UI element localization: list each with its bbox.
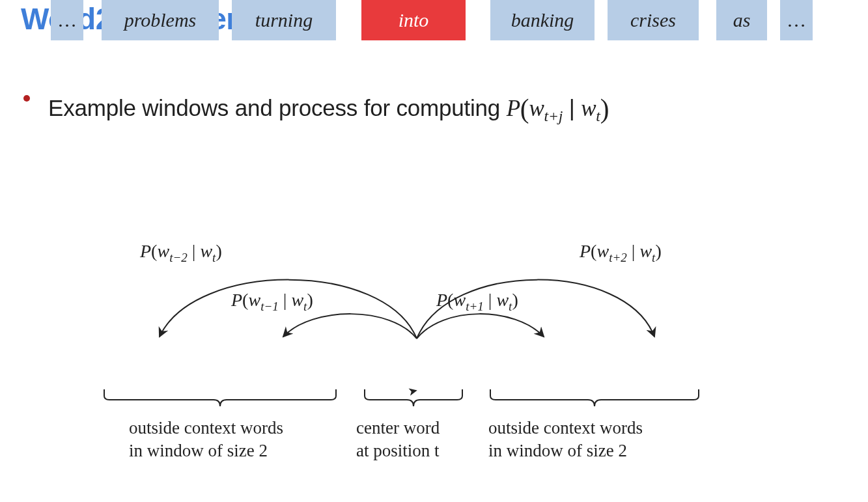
arc-m1-w2: w [291,290,303,310]
arc-p1-w2: w [496,290,509,310]
word-dots-right: … [780,0,813,40]
word-as: as [716,0,767,40]
arc-p1-w: w [453,290,466,310]
caption-left-line2: in window of size 2 [129,439,283,462]
arc-p1-rpar: ) [512,290,518,310]
diagram-area: P(wt−2 | wt) P(wt−1 | wt) P(wt+1 | wt) P… [0,0,868,502]
arc-m2-w2: w [200,241,212,261]
arc-label-m2: P(wt−2 | wt) [140,241,222,265]
mouse-cursor-icon: ➤ [407,383,419,400]
arc-p2-P: P [580,241,591,261]
arc-p2-w2: w [639,241,652,261]
arc-m1-idx: t−1 [260,300,279,313]
arc-m2-idx: t−2 [169,251,188,264]
caption-center-line1: center word [356,417,440,439]
arc-p2-rpar: ) [655,241,661,261]
caption-right-line1: outside context words [488,417,643,439]
caption-center-line2: at position t [356,439,440,462]
arc-label-m1: P(wt−1 | wt) [231,290,313,314]
arc-m1-bar: | [279,290,292,310]
arc-m2-w: w [157,241,169,261]
arc-p2-idx: t+2 [609,251,627,264]
arc-label-p2: P(wt+2 | wt) [580,241,662,265]
arc-m1-P: P [231,290,242,310]
caption-left: outside context words in window of size … [129,417,283,462]
caption-right-line2: in window of size 2 [488,439,643,462]
arc-p1-idx: t+1 [466,300,484,313]
caption-left-line1: outside context words [129,417,283,439]
arc-m2-P: P [140,241,151,261]
arc-p1-bar: | [484,290,497,310]
caption-center: center word at position t [356,417,440,462]
arc-m1-w: w [248,290,260,310]
word-into-center: into [361,0,466,40]
arc-p2-bar: | [627,241,640,261]
word-crises: crises [608,0,699,40]
word-turning: turning [232,0,336,40]
arc-p2-w: w [596,241,609,261]
arc-m2-rpar: ) [216,241,221,261]
caption-right: outside context words in window of size … [488,417,643,462]
word-banking: banking [490,0,595,40]
word-dots-left: … [51,0,83,40]
arc-label-p1: P(wt+1 | wt) [436,290,518,314]
word-problems: problems [102,0,219,40]
arc-p1-P: P [436,290,447,310]
arc-m2-bar: | [188,241,201,261]
arc-m1-rpar: ) [307,290,313,310]
